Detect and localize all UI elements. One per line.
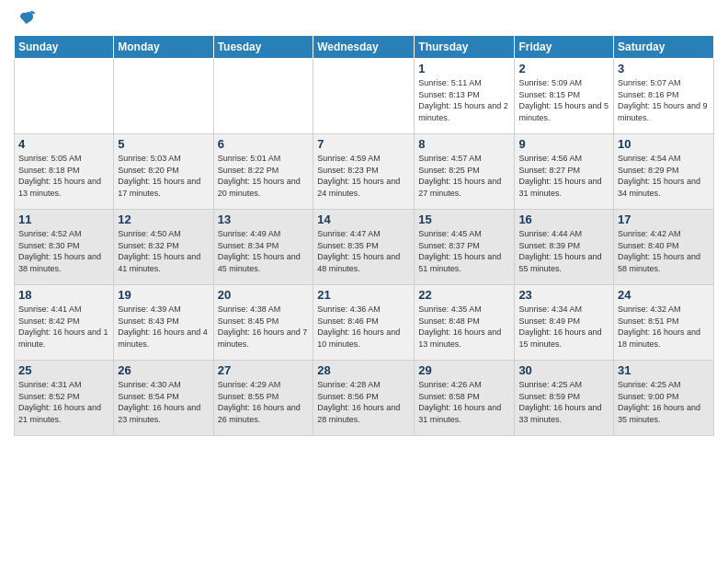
day-number: 30	[518, 363, 609, 377]
day-number: 12	[118, 213, 209, 226]
day-info: Sunrise: 4:42 AM Sunset: 8:40 PM Dayligh…	[618, 228, 710, 274]
day-number: 5	[118, 137, 209, 151]
calendar-header-row: Sunday Monday Tuesday Wednesday Thursday…	[15, 36, 714, 59]
day-info: Sunrise: 5:09 AM Sunset: 8:15 PM Dayligh…	[518, 77, 609, 123]
day-info: Sunrise: 4:45 AM Sunset: 8:37 PM Dayligh…	[418, 228, 510, 274]
day-info: Sunrise: 4:47 AM Sunset: 8:35 PM Dayligh…	[317, 228, 410, 274]
day-number: 1	[418, 62, 510, 75]
logo-bird-icon	[17, 9, 35, 28]
day-info: Sunrise: 4:52 AM Sunset: 8:30 PM Dayligh…	[18, 228, 109, 274]
day-number: 29	[418, 363, 510, 377]
calendar-cell: 5Sunrise: 5:03 AM Sunset: 8:20 PM Daylig…	[114, 134, 213, 210]
calendar-cell: 8Sunrise: 4:57 AM Sunset: 8:25 PM Daylig…	[415, 134, 515, 210]
col-friday: Friday	[515, 36, 614, 59]
day-info: Sunrise: 4:44 AM Sunset: 8:39 PM Dayligh…	[518, 228, 609, 274]
calendar-cell: 17Sunrise: 4:42 AM Sunset: 8:40 PM Dayli…	[614, 210, 714, 285]
calendar-cell: 4Sunrise: 5:05 AM Sunset: 8:18 PM Daylig…	[15, 134, 114, 210]
day-number: 28	[317, 363, 410, 377]
day-info: Sunrise: 4:28 AM Sunset: 8:56 PM Dayligh…	[317, 379, 410, 425]
day-number: 24	[618, 288, 710, 302]
col-saturday: Saturday	[614, 36, 714, 59]
calendar-cell: 9Sunrise: 4:56 AM Sunset: 8:27 PM Daylig…	[515, 134, 614, 210]
day-info: Sunrise: 4:39 AM Sunset: 8:43 PM Dayligh…	[118, 304, 209, 350]
page: Sunday Monday Tuesday Wednesday Thursday…	[0, 0, 728, 563]
day-info: Sunrise: 5:03 AM Sunset: 8:20 PM Dayligh…	[118, 153, 209, 199]
day-number: 20	[218, 288, 310, 302]
day-info: Sunrise: 4:25 AM Sunset: 9:00 PM Dayligh…	[618, 379, 710, 425]
calendar-cell	[213, 59, 313, 134]
calendar-cell: 29Sunrise: 4:26 AM Sunset: 8:58 PM Dayli…	[415, 361, 515, 436]
day-info: Sunrise: 5:01 AM Sunset: 8:22 PM Dayligh…	[218, 153, 310, 199]
day-number: 8	[418, 137, 510, 151]
day-number: 25	[18, 363, 109, 377]
logo	[14, 9, 35, 28]
calendar-cell: 13Sunrise: 4:49 AM Sunset: 8:34 PM Dayli…	[213, 210, 313, 285]
calendar-cell: 23Sunrise: 4:34 AM Sunset: 8:49 PM Dayli…	[515, 285, 614, 361]
col-thursday: Thursday	[415, 36, 515, 59]
calendar-cell: 22Sunrise: 4:35 AM Sunset: 8:48 PM Dayli…	[415, 285, 515, 361]
day-info: Sunrise: 4:35 AM Sunset: 8:48 PM Dayligh…	[418, 304, 510, 350]
day-info: Sunrise: 4:26 AM Sunset: 8:58 PM Dayligh…	[418, 379, 510, 425]
day-info: Sunrise: 5:11 AM Sunset: 8:13 PM Dayligh…	[418, 77, 510, 123]
calendar-cell: 30Sunrise: 4:25 AM Sunset: 8:59 PM Dayli…	[515, 361, 614, 436]
day-info: Sunrise: 5:05 AM Sunset: 8:18 PM Dayligh…	[18, 153, 109, 199]
day-number: 19	[118, 288, 209, 302]
day-info: Sunrise: 4:31 AM Sunset: 8:52 PM Dayligh…	[18, 379, 109, 425]
day-number: 15	[418, 213, 510, 226]
calendar-cell: 19Sunrise: 4:39 AM Sunset: 8:43 PM Dayli…	[114, 285, 213, 361]
day-info: Sunrise: 4:59 AM Sunset: 8:23 PM Dayligh…	[317, 153, 410, 199]
day-number: 18	[18, 288, 109, 302]
day-info: Sunrise: 4:34 AM Sunset: 8:49 PM Dayligh…	[518, 304, 609, 350]
calendar-cell: 15Sunrise: 4:45 AM Sunset: 8:37 PM Dayli…	[415, 210, 515, 285]
day-number: 3	[618, 62, 710, 75]
header	[14, 9, 714, 28]
calendar-week-row: 25Sunrise: 4:31 AM Sunset: 8:52 PM Dayli…	[15, 361, 714, 436]
calendar-cell: 6Sunrise: 5:01 AM Sunset: 8:22 PM Daylig…	[213, 134, 313, 210]
day-number: 4	[18, 137, 109, 151]
calendar-cell	[313, 59, 415, 134]
calendar-cell: 7Sunrise: 4:59 AM Sunset: 8:23 PM Daylig…	[313, 134, 415, 210]
day-info: Sunrise: 5:07 AM Sunset: 8:16 PM Dayligh…	[618, 77, 710, 123]
calendar-cell: 24Sunrise: 4:32 AM Sunset: 8:51 PM Dayli…	[614, 285, 714, 361]
day-info: Sunrise: 4:54 AM Sunset: 8:29 PM Dayligh…	[618, 153, 710, 199]
calendar-cell: 18Sunrise: 4:41 AM Sunset: 8:42 PM Dayli…	[15, 285, 114, 361]
day-number: 13	[218, 213, 310, 226]
day-info: Sunrise: 4:32 AM Sunset: 8:51 PM Dayligh…	[618, 304, 710, 350]
day-info: Sunrise: 4:36 AM Sunset: 8:46 PM Dayligh…	[317, 304, 410, 350]
day-number: 10	[618, 137, 710, 151]
calendar-cell: 10Sunrise: 4:54 AM Sunset: 8:29 PM Dayli…	[614, 134, 714, 210]
calendar-week-row: 4Sunrise: 5:05 AM Sunset: 8:18 PM Daylig…	[15, 134, 714, 210]
calendar-cell: 28Sunrise: 4:28 AM Sunset: 8:56 PM Dayli…	[313, 361, 415, 436]
day-info: Sunrise: 4:50 AM Sunset: 8:32 PM Dayligh…	[118, 228, 209, 274]
calendar-cell	[114, 59, 213, 134]
day-number: 17	[618, 213, 710, 226]
day-info: Sunrise: 4:41 AM Sunset: 8:42 PM Dayligh…	[18, 304, 109, 350]
calendar-cell: 2Sunrise: 5:09 AM Sunset: 8:15 PM Daylig…	[515, 59, 614, 134]
day-number: 16	[518, 213, 609, 226]
day-number: 21	[317, 288, 410, 302]
day-info: Sunrise: 4:25 AM Sunset: 8:59 PM Dayligh…	[518, 379, 609, 425]
day-number: 31	[618, 363, 710, 377]
calendar-week-row: 1Sunrise: 5:11 AM Sunset: 8:13 PM Daylig…	[15, 59, 714, 134]
day-number: 14	[317, 213, 410, 226]
day-info: Sunrise: 4:56 AM Sunset: 8:27 PM Dayligh…	[518, 153, 609, 199]
calendar-cell: 12Sunrise: 4:50 AM Sunset: 8:32 PM Dayli…	[114, 210, 213, 285]
calendar-cell: 21Sunrise: 4:36 AM Sunset: 8:46 PM Dayli…	[313, 285, 415, 361]
day-number: 27	[218, 363, 310, 377]
calendar-cell: 3Sunrise: 5:07 AM Sunset: 8:16 PM Daylig…	[614, 59, 714, 134]
day-number: 23	[518, 288, 609, 302]
day-number: 26	[118, 363, 209, 377]
day-number: 7	[317, 137, 410, 151]
calendar-cell: 11Sunrise: 4:52 AM Sunset: 8:30 PM Dayli…	[15, 210, 114, 285]
calendar-cell: 31Sunrise: 4:25 AM Sunset: 9:00 PM Dayli…	[614, 361, 714, 436]
calendar-cell: 16Sunrise: 4:44 AM Sunset: 8:39 PM Dayli…	[515, 210, 614, 285]
day-number: 6	[218, 137, 310, 151]
calendar-week-row: 11Sunrise: 4:52 AM Sunset: 8:30 PM Dayli…	[15, 210, 714, 285]
col-tuesday: Tuesday	[213, 36, 313, 59]
calendar-cell	[15, 59, 114, 134]
day-info: Sunrise: 4:49 AM Sunset: 8:34 PM Dayligh…	[218, 228, 310, 274]
day-number: 9	[518, 137, 609, 151]
calendar-week-row: 18Sunrise: 4:41 AM Sunset: 8:42 PM Dayli…	[15, 285, 714, 361]
col-monday: Monday	[114, 36, 213, 59]
day-number: 2	[518, 62, 609, 75]
